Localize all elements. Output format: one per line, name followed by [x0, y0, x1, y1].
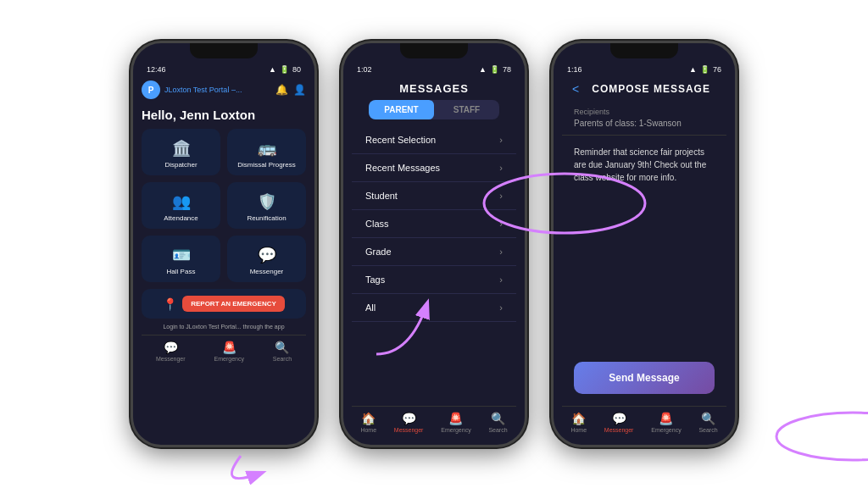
- user-icon[interactable]: 👤: [293, 84, 306, 96]
- dismissal-item[interactable]: 🚌 Dismissal Progress: [227, 129, 306, 175]
- phone3-wrapper: 1:16 ▲ 🔋 76 < COMPOSE MESSAGE Recipients…: [551, 41, 737, 447]
- compose-header: < COMPOSE MESSAGE: [562, 77, 726, 101]
- phone2-wrapper: 1:02 ▲ 🔋 78 MESSAGES PARENT STAFF Recent…: [341, 41, 527, 447]
- menu-recent-messages[interactable]: Recent Messages ›: [352, 154, 516, 182]
- nav3-search[interactable]: 🔍 Search: [698, 412, 717, 433]
- nav-search-label: Search: [273, 356, 292, 362]
- nav3-search-icon: 🔍: [701, 412, 715, 425]
- hallpass-item[interactable]: 🪪 Hall Pass: [142, 236, 220, 282]
- nav2-messenger-icon: 💬: [402, 412, 416, 425]
- nav3-home-label: Home: [570, 427, 587, 433]
- nav-messenger[interactable]: 💬 Messenger: [156, 341, 186, 362]
- nav-emergency[interactable]: 🚨 Emergency: [214, 341, 244, 362]
- student-label: Student: [365, 191, 398, 201]
- bell-icon[interactable]: 🔔: [275, 84, 288, 96]
- battery-level3: 76: [713, 65, 721, 74]
- reunification-item[interactable]: 🛡️ Reunification: [227, 182, 306, 229]
- phone2-content: MESSAGES PARENT STAFF Recent Selection ›…: [343, 77, 525, 445]
- emergency-row: 📍 REPORT AN EMERGENCY: [142, 289, 306, 319]
- phone2-notch: [400, 43, 468, 58]
- phone1-status-icons: ▲ 🔋 80: [269, 65, 301, 74]
- messenger-icon: 💬: [258, 246, 276, 264]
- messenger-item[interactable]: 💬 Messenger: [227, 236, 306, 282]
- phone3-bottom-nav: 🏠 Home 💬 Messenger 🚨 Emergency 🔍 Search: [562, 406, 726, 436]
- reunification-label: Reunification: [247, 214, 286, 222]
- nav-search[interactable]: 🔍 Search: [273, 341, 292, 362]
- dispatcher-label: Dispatcher: [164, 161, 197, 169]
- attendance-item[interactable]: 👥 Attendance: [142, 182, 220, 229]
- nav2-messenger[interactable]: 💬 Messenger: [394, 412, 424, 433]
- chevron-icon: ›: [499, 302, 503, 313]
- phone1-bottom-nav: 💬 Messenger 🚨 Emergency 🔍 Search: [142, 335, 306, 365]
- phone1-wrapper: 12:46 ▲ 🔋 80 P JLoxton Test Portal –... …: [131, 41, 317, 447]
- menu-grade[interactable]: Grade ›: [352, 238, 516, 266]
- phone3-notch: [610, 43, 678, 58]
- phone3-content: < COMPOSE MESSAGE Recipients Parents of …: [554, 77, 735, 445]
- report-emergency-button[interactable]: REPORT AN EMERGENCY: [182, 296, 285, 312]
- menu-student[interactable]: Student ›: [352, 182, 516, 210]
- phone1-content: P JLoxton Test Portal –... 🔔 👤 Hello, Je…: [133, 77, 314, 445]
- back-button[interactable]: <: [572, 82, 579, 96]
- messages-title: MESSAGES: [352, 77, 516, 100]
- nav2-emergency[interactable]: 🚨 Emergency: [441, 412, 470, 433]
- nav3-emergency[interactable]: 🚨 Emergency: [651, 412, 681, 433]
- phone1-time: 12:46: [147, 65, 166, 74]
- nav-emergency-label: Emergency: [214, 356, 244, 362]
- compose-title: COMPOSE MESSAGE: [586, 83, 716, 95]
- portal-logo: P: [142, 80, 160, 99]
- dispatcher-icon: 🏛️: [172, 139, 191, 158]
- nav2-emergency-icon: 🚨: [448, 412, 463, 425]
- nav3-home[interactable]: 🏠 Home: [570, 412, 587, 433]
- menu-recent-selection[interactable]: Recent Selection ›: [352, 126, 516, 154]
- send-message-button[interactable]: Send Message: [574, 362, 715, 394]
- battery-level2: 78: [503, 65, 511, 74]
- footer-text: Login to JLoxton Test Portal... through …: [142, 324, 306, 330]
- all-label: All: [365, 302, 376, 313]
- nav3-messenger-label: Messenger: [604, 427, 634, 433]
- nav2-home[interactable]: 🏠 Home: [360, 412, 376, 433]
- phone2-bottom-nav: 🏠 Home 💬 Messenger 🚨 Emergency 🔍 Search: [352, 406, 516, 436]
- nav3-messenger[interactable]: 💬 Messenger: [604, 412, 634, 433]
- recent-messages-label: Recent Messages: [365, 163, 440, 173]
- messenger-label: Messenger: [250, 268, 284, 275]
- phone3-time: 1:16: [567, 65, 582, 74]
- nav2-emergency-label: Emergency: [441, 427, 470, 433]
- messages-menu-list: Recent Selection › Recent Messages › Stu…: [352, 126, 516, 406]
- nav2-search[interactable]: 🔍 Search: [488, 412, 507, 433]
- battery-level: 80: [292, 65, 301, 74]
- dispatcher-item[interactable]: 🏛️ Dispatcher: [142, 129, 220, 175]
- nav-emergency-icon: 🚨: [222, 341, 236, 354]
- battery-icon2: 🔋: [490, 65, 499, 74]
- tab-parent[interactable]: PARENT: [369, 100, 434, 119]
- hallpass-icon: 🪪: [172, 246, 191, 264]
- phone2: 1:02 ▲ 🔋 78 MESSAGES PARENT STAFF Recent…: [341, 41, 527, 447]
- nav-messenger-label: Messenger: [156, 356, 186, 362]
- menu-class[interactable]: Class ›: [352, 210, 516, 238]
- nav3-emergency-label: Emergency: [651, 427, 681, 433]
- nav2-messenger-label: Messenger: [394, 427, 424, 433]
- class-label: Class: [365, 219, 389, 229]
- phone3-status-bar: 1:16 ▲ 🔋 76: [554, 58, 735, 77]
- menu-tags[interactable]: Tags ›: [352, 266, 516, 294]
- wifi-icon: ▲: [269, 65, 276, 74]
- phone1-notch: [190, 43, 258, 58]
- portal-header: P JLoxton Test Portal –... 🔔 👤: [142, 77, 306, 104]
- menu-all[interactable]: All ›: [352, 294, 516, 322]
- phone2-time: 1:02: [357, 65, 372, 74]
- tab-staff[interactable]: STAFF: [434, 100, 499, 119]
- hallpass-label: Hall Pass: [167, 268, 196, 275]
- message-body[interactable]: Reminder that science fair projects are …: [562, 136, 726, 353]
- send-btn-wrapper: Send Message: [562, 353, 726, 406]
- portal-icons: 🔔 👤: [275, 84, 306, 96]
- phone3: 1:16 ▲ 🔋 76 < COMPOSE MESSAGE Recipients…: [551, 41, 737, 447]
- phone2-status-bar: 1:02 ▲ 🔋 78: [343, 58, 525, 77]
- tab-switch: PARENT STAFF: [369, 100, 499, 119]
- nav2-search-label: Search: [488, 427, 507, 433]
- emergency-map-icon: 📍: [163, 297, 177, 311]
- grade-label: Grade: [365, 247, 392, 257]
- recipients-label: Recipients: [574, 108, 715, 116]
- recipients-value: Parents of class: 1-Swanson: [574, 119, 715, 128]
- chevron-icon: ›: [499, 247, 503, 257]
- reunification-icon: 🛡️: [258, 192, 276, 211]
- phone1-status-bar: 12:46 ▲ 🔋 80: [133, 58, 314, 77]
